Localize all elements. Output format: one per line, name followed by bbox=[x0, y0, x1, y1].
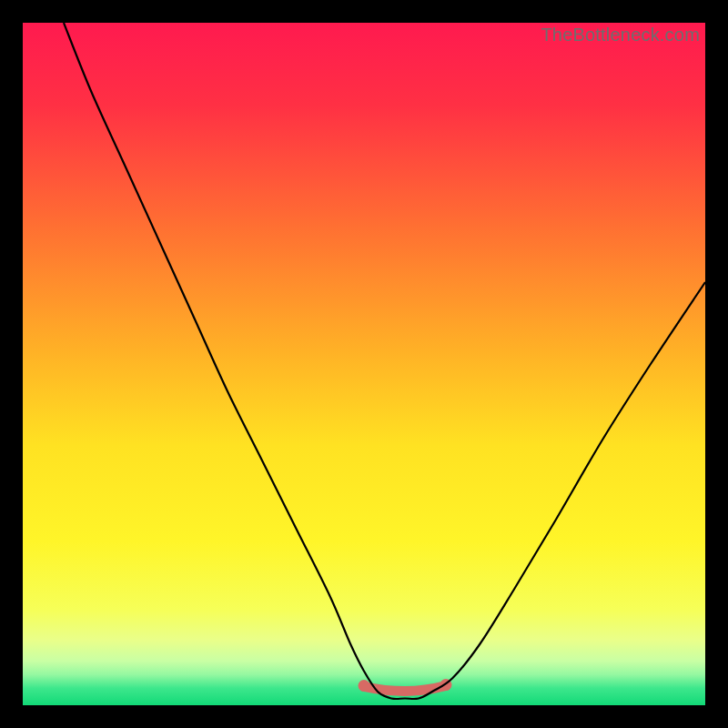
watermark-text: TheBottleneck.com bbox=[541, 25, 700, 46]
outer-black-frame: TheBottleneck.com bbox=[0, 0, 728, 728]
svg-point-1 bbox=[359, 680, 370, 692]
plot-area: TheBottleneck.com bbox=[23, 23, 705, 705]
bottleneck-curve bbox=[64, 23, 705, 699]
chart-svg bbox=[23, 23, 705, 705]
